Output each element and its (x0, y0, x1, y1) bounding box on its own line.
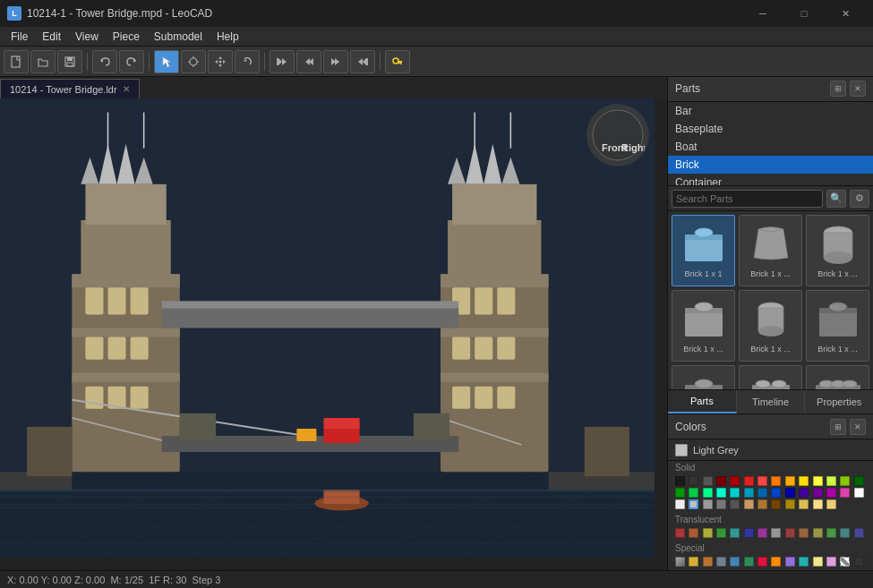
viewport-scrollbar-vertical[interactable] (655, 98, 667, 570)
category-container[interactable]: Container (668, 174, 873, 186)
color-dot-s[interactable] (675, 557, 685, 567)
color-dot[interactable] (840, 476, 850, 486)
color-dot[interactable] (703, 488, 713, 498)
color-dot[interactable] (757, 476, 767, 486)
color-dot-s[interactable] (744, 557, 754, 567)
rotate-button[interactable] (235, 50, 260, 73)
part-cell-7[interactable] (739, 365, 802, 389)
color-dot-t[interactable] (757, 528, 767, 538)
part-cell-4[interactable]: Brick 1 x ... (739, 290, 802, 362)
color-dot-t[interactable] (703, 528, 713, 538)
color-dot[interactable] (689, 476, 698, 486)
transform-button[interactable] (181, 50, 206, 73)
menu-file[interactable]: File (4, 29, 35, 45)
part-cell-6[interactable] (672, 365, 735, 389)
color-dot-s[interactable] (840, 557, 850, 567)
color-dot-t[interactable] (813, 528, 823, 538)
color-dot-t[interactable] (826, 528, 836, 538)
color-dot[interactable] (799, 488, 809, 498)
part-cell-3[interactable]: Brick 1 x ... (672, 290, 735, 362)
color-dot[interactable] (675, 499, 685, 509)
menu-piece[interactable]: Piece (106, 29, 147, 45)
redo-button[interactable] (119, 50, 144, 73)
color-dot-t[interactable] (744, 528, 754, 538)
color-dot[interactable] (716, 488, 726, 498)
tab-parts[interactable]: Parts (668, 390, 737, 413)
color-dot-s[interactable] (757, 557, 767, 567)
color-dot[interactable] (703, 499, 713, 509)
color-dot[interactable] (813, 499, 823, 509)
parts-categories[interactable]: Bar Baseplate Boat Brick Container (668, 102, 873, 186)
model-tab[interactable]: 10214 - Tower Bridge.ldr ✕ (0, 79, 140, 98)
color-dot[interactable] (744, 488, 754, 498)
color-dot[interactable] (826, 499, 836, 509)
color-dot-t[interactable] (785, 528, 795, 538)
color-dot[interactable] (785, 476, 795, 486)
color-dot-t[interactable] (854, 528, 864, 538)
tab-timeline[interactable]: Timeline (737, 390, 806, 413)
save-button[interactable] (57, 50, 82, 73)
color-dot[interactable] (813, 488, 823, 498)
color-dot[interactable] (813, 476, 823, 486)
color-dot[interactable] (716, 476, 726, 486)
color-dot-s[interactable] (854, 557, 864, 567)
category-bar[interactable]: Bar (668, 102, 873, 120)
parts-expand-button[interactable]: ⊞ (830, 81, 846, 97)
part-cell-8[interactable] (806, 365, 869, 389)
color-dot-t[interactable] (730, 528, 740, 538)
key-button[interactable] (385, 50, 410, 73)
color-dot-t[interactable] (840, 528, 850, 538)
color-dot[interactable] (689, 499, 698, 509)
color-dot[interactable] (771, 499, 781, 509)
colors-close-button[interactable]: ✕ (850, 419, 866, 435)
menu-help[interactable]: Help (210, 29, 246, 45)
color-dot[interactable] (703, 476, 713, 486)
color-dot-s[interactable] (813, 557, 823, 567)
color-dot[interactable] (854, 488, 864, 498)
keyframe-last-button[interactable] (350, 50, 375, 73)
color-dot-s[interactable] (799, 557, 809, 567)
undo-button[interactable] (92, 50, 117, 73)
color-dot-s[interactable] (716, 557, 726, 567)
color-dot[interactable] (785, 499, 795, 509)
color-dot[interactable] (757, 488, 767, 498)
menu-edit[interactable]: Edit (35, 29, 68, 45)
part-cell-0[interactable]: Brick 1 x 1 (672, 215, 735, 286)
color-dot-s[interactable] (771, 557, 781, 567)
new-button[interactable] (4, 50, 29, 73)
color-dot[interactable] (826, 488, 836, 498)
color-dot[interactable] (771, 488, 781, 498)
part-cell-5[interactable]: Brick 1 x ... (806, 290, 869, 362)
move-button[interactable] (208, 50, 233, 73)
parts-close-button[interactable]: ✕ (850, 81, 866, 97)
search-button[interactable]: 🔍 (826, 190, 846, 208)
color-dot-s[interactable] (703, 557, 713, 567)
color-dot[interactable] (840, 488, 850, 498)
color-dot-t[interactable] (675, 528, 685, 538)
part-cell-1[interactable]: Brick 1 x ... (739, 215, 802, 286)
color-dot-t[interactable] (689, 528, 698, 538)
colors-expand-button[interactable]: ⊞ (830, 419, 846, 435)
keyframe-next-button[interactable] (323, 50, 348, 73)
color-dot[interactable] (854, 476, 864, 486)
viewport-scrollbar-horizontal[interactable] (0, 558, 655, 570)
maximize-button[interactable]: □ (783, 0, 825, 27)
color-dot-s[interactable] (785, 557, 795, 567)
color-dot[interactable] (730, 488, 740, 498)
color-dot[interactable] (799, 499, 809, 509)
category-brick[interactable]: Brick (668, 156, 873, 174)
minimize-button[interactable]: ─ (742, 0, 783, 27)
color-dot[interactable] (771, 476, 781, 486)
color-dot[interactable] (826, 476, 836, 486)
color-dot[interactable] (716, 499, 726, 509)
color-dot[interactable] (689, 488, 698, 498)
menu-view[interactable]: View (68, 29, 106, 45)
color-dot[interactable] (675, 476, 685, 486)
select-tool-button[interactable] (154, 50, 179, 73)
color-dot-t[interactable] (771, 528, 781, 538)
color-dot[interactable] (744, 476, 754, 486)
category-boat[interactable]: Boat (668, 138, 873, 156)
viewport[interactable]: 10214 - Tower Bridge.ldr ✕ (0, 77, 667, 570)
part-cell-2[interactable]: Brick 1 x ... (806, 215, 869, 286)
color-dot[interactable] (757, 499, 767, 509)
